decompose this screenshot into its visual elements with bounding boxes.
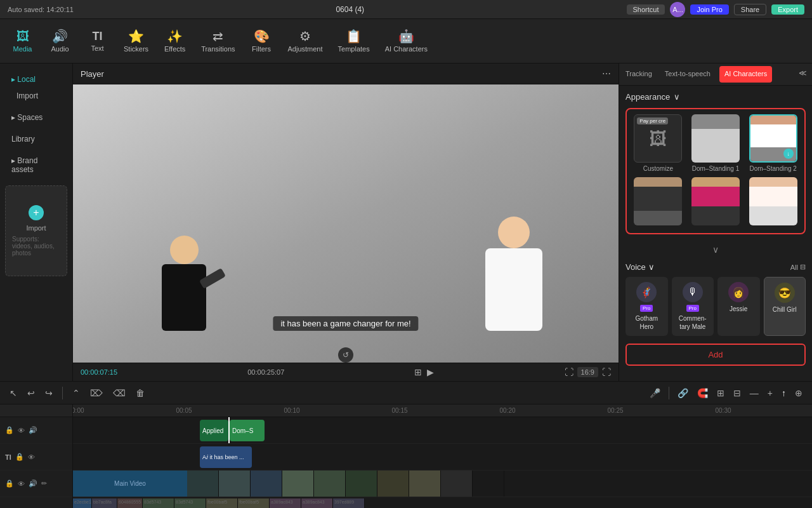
pay-per-create-badge: Pay per cre (637, 117, 668, 124)
undo-button[interactable]: ↩ (24, 386, 38, 400)
color-seg-8: a389ac843 (270, 498, 301, 508)
eye-icon-0[interactable]: 👁 (18, 427, 25, 434)
magnet-button[interactable]: 🧲 (694, 386, 711, 400)
ai-characters-icon: 🤖 (398, 30, 414, 43)
lock-icon-film[interactable]: 🔒 (5, 479, 14, 488)
audio-icon-0[interactable]: 🔊 (29, 426, 37, 434)
export-button[interactable]: Export (771, 4, 804, 15)
ruler-mark-0: 00:00 (73, 407, 84, 414)
voice-card-chill-girl[interactable]: 😎 Chill Girl (764, 277, 806, 336)
redo-button[interactable]: ↪ (42, 386, 56, 400)
add-track-button[interactable]: ⊕ (792, 386, 806, 400)
sidebar-item-brand-assets[interactable]: ▸ Brand assets (5, 152, 67, 178)
align-left-button[interactable]: ⊟ (730, 386, 744, 400)
sidebar-item-local[interactable]: ▸ Local (5, 71, 67, 88)
char-thumb-6 (749, 177, 797, 225)
char-label-dom-1: Dom–Standing 1 (692, 165, 740, 172)
top-bar: Auto saved: 14:20:11 0604 (4) Shortcut A… (0, 0, 812, 19)
shortcut-button[interactable]: Shortcut (627, 4, 665, 15)
trim-right-button[interactable]: ⌫ (110, 386, 129, 400)
tool-text[interactable]: TI Text (80, 27, 115, 56)
cursor-tool[interactable]: ↖ (6, 386, 20, 400)
appearance-section-title[interactable]: Appearance ∨ (625, 92, 806, 102)
import-drop-zone[interactable]: + Import Supports: videos, audios, photo… (5, 185, 67, 276)
clip-applied[interactable]: Applied (200, 420, 228, 441)
sidebar-item-spaces[interactable]: ▸ Spaces (5, 109, 67, 126)
play-button[interactable]: ▶ (427, 367, 434, 377)
tool-ai-characters[interactable]: 🤖 AI Characters (379, 26, 434, 57)
clip-dom-standing[interactable]: Dom–S (230, 420, 265, 441)
tool-filters[interactable]: 🎨 Filters (244, 26, 279, 57)
audio-icon-film[interactable]: 🔊 (29, 479, 37, 488)
color-seg-7: fbe00baf5 (238, 498, 270, 508)
filter-icon: ⊟ (800, 263, 806, 271)
arrow-up-button[interactable]: ↑ (778, 386, 789, 400)
tab-ai-characters[interactable]: AI Characters (719, 66, 772, 83)
zoom-in-button[interactable]: + (764, 386, 776, 400)
sidebar-item-import[interactable]: Import (5, 88, 67, 104)
tool-adjustment[interactable]: ⚙ Adjustment (282, 26, 329, 57)
clip-main-video[interactable]: Main Video (73, 471, 187, 497)
aspect-ratio-badge[interactable]: 16:9 (577, 367, 598, 377)
voice-avatar-commentary: 🎙 (683, 282, 703, 302)
tool-transitions[interactable]: ⇄ Transitions (195, 26, 241, 57)
player-menu-icon[interactable]: ⋯ (602, 69, 611, 79)
char-card-customize[interactable]: 🖼 Pay per cre Customize (632, 114, 684, 172)
ruler-mark-3: 00:15 (391, 407, 407, 414)
tool-media[interactable]: 🖼 Media (5, 26, 40, 57)
char-card-dom-2[interactable]: ↓ Dom–Standing 2 (747, 114, 799, 172)
sidebar-item-library[interactable]: Library (5, 131, 67, 147)
char-card-dom-1[interactable]: Dom–Standing 1 (690, 114, 742, 172)
track-filmstrip: Main Video (73, 471, 812, 497)
grid-view-button[interactable]: ⊞ (414, 367, 422, 377)
link-button[interactable]: 🔗 (674, 386, 691, 400)
tool-audio[interactable]: 🔊 Audio (43, 26, 77, 57)
char-card-6[interactable] (747, 177, 799, 228)
lock-icon-0[interactable]: 🔒 (5, 426, 14, 434)
local-section: ▸ Local Import (0, 69, 72, 107)
ruler-mark-1: 00:05 (176, 407, 192, 414)
voice-filter-button[interactable]: All ⊟ (790, 263, 806, 271)
show-more-characters[interactable]: ∨ (625, 242, 806, 257)
trim-left-button[interactable]: ⌦ (87, 386, 106, 400)
join-pro-button[interactable]: Join Pro (690, 4, 728, 15)
clip-applied-label: Applied (202, 427, 223, 434)
char-card-5[interactable] (690, 177, 742, 228)
tool-templates[interactable]: 📋 Templates (332, 26, 376, 57)
pencil-icon-film[interactable]: ✏ (41, 479, 47, 488)
char-figure-6 (749, 177, 797, 225)
add-button[interactable]: Add (625, 344, 806, 366)
collapse-right-button[interactable]: ≪ (794, 64, 812, 85)
avatar[interactable]: A... (670, 2, 685, 17)
crop-button[interactable]: ⛶ (565, 367, 573, 377)
chill-person-icon: 😎 (778, 287, 791, 299)
tab-tracking[interactable]: Tracking (619, 64, 658, 85)
color-segment-strip: e2ecbe1 bb7ac8fa 604860555 83d5743 83d57… (73, 498, 812, 508)
tool-stickers[interactable]: ⭐ Stickers (117, 26, 155, 57)
playhead (228, 417, 230, 443)
voice-section-title[interactable]: Voice ∨ (625, 262, 655, 272)
share-button[interactable]: Share (734, 4, 766, 15)
media-icon: 🖼 (16, 30, 29, 43)
tab-text-to-speech[interactable]: Text-to-speech (658, 64, 717, 85)
clip-text[interactable]: Aⅈ it has been ... (200, 446, 252, 468)
rotate-icon[interactable]: ↺ (338, 347, 353, 363)
char-card-4[interactable] (632, 177, 684, 228)
tool-effects[interactable]: ✨ Effects (157, 26, 192, 57)
time-total: 00:00:25:07 (247, 368, 284, 376)
voice-card-jessie[interactable]: 👩 Jessie (717, 277, 760, 336)
voice-card-gotham-hero[interactable]: 🦸 Pro Gotham Hero (625, 277, 668, 336)
char-thumb-5 (691, 177, 740, 225)
split-button[interactable]: ⌃ (69, 386, 83, 400)
lock-icon-1[interactable]: 🔒 (15, 453, 24, 461)
eye-icon-film[interactable]: 👁 (18, 480, 25, 488)
fullscreen-button[interactable]: ⛶ (602, 367, 611, 377)
timeline-tools-right: 🎤 🔗 🧲 ⊞ ⊟ — + ↑ ⊕ (646, 386, 806, 400)
eye-icon-1[interactable]: 👁 (28, 453, 35, 461)
track-label-filmstrip: 🔒 👁 🔊 ✏ (0, 471, 72, 497)
zoom-out-button[interactable]: — (747, 386, 762, 400)
delete-button[interactable]: 🗑 (133, 386, 148, 400)
mic-button[interactable]: 🎤 (646, 386, 664, 400)
voice-card-commentary-male[interactable]: 🎙 Pro Commen-tary Male (672, 277, 714, 336)
align-center-button[interactable]: ⊞ (714, 386, 728, 400)
